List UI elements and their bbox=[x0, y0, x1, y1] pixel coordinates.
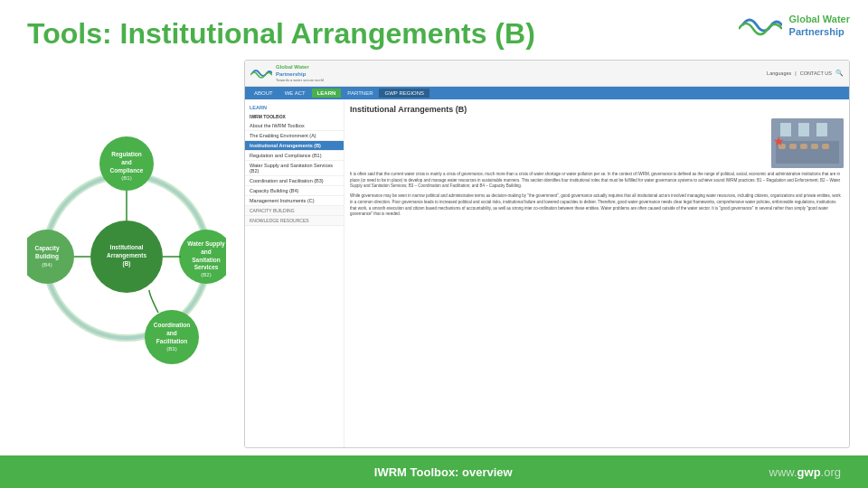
footer-center-label: IWRM Toolbox: overview bbox=[374, 465, 513, 479]
browser-logo: Global Water Partnership Towards a water… bbox=[250, 64, 324, 81]
footer-right-url: www.gwp.org bbox=[769, 465, 841, 479]
browser-main-photo: ★ bbox=[771, 118, 844, 168]
footer-url-prefix: www. bbox=[769, 465, 797, 479]
svg-rect-12 bbox=[811, 144, 818, 149]
separator: | bbox=[795, 70, 796, 76]
browser-screenshot: Global Water Partnership Towards a water… bbox=[244, 60, 850, 448]
svg-point-5 bbox=[145, 310, 199, 364]
browser-content: LEARN IWRM TOOLBOX About the IWRM Toolbo… bbox=[245, 99, 849, 448]
svg-rect-10 bbox=[789, 144, 797, 149]
svg-rect-16 bbox=[816, 123, 827, 136]
browser-logo-wave-icon bbox=[250, 65, 272, 81]
node-b2-label1: Water Supply bbox=[187, 240, 225, 248]
browser-nav-right: Languages | CONTACT US 🔍 bbox=[767, 70, 844, 77]
node-b2-label2: and bbox=[201, 249, 212, 255]
browser-nav-bar: ABOUT WE ACT LEARN PARTNER GWP REGIONS bbox=[245, 87, 849, 99]
slide-footer: IWRM Toolbox: overview www.gwp.org bbox=[0, 455, 868, 488]
node-b4-label2: Building bbox=[35, 253, 59, 260]
node-b2-label5: (B2) bbox=[201, 272, 211, 277]
sidebar-category-knowledge[interactable]: KNOWLEDGE RESOURCES bbox=[245, 216, 344, 226]
node-b1-label1: Regulation bbox=[111, 151, 142, 158]
contact-label[interactable]: CONTACT US bbox=[800, 70, 832, 76]
browser-logo-line1: Global Water bbox=[276, 64, 324, 70]
browser-sidebar: LEARN IWRM TOOLBOX About the IWRM Toolbo… bbox=[245, 99, 344, 448]
diagram-svg: Institutional Arrangements (B) Regulatio… bbox=[27, 123, 226, 385]
browser-main-title: Institutional Arrangements (B) bbox=[350, 105, 844, 114]
sidebar-item-regulation[interactable]: Regulation and Compliance (B1) bbox=[245, 151, 344, 161]
logo-line2: Partnership bbox=[789, 25, 850, 38]
browser-header: Global Water Partnership Towards a water… bbox=[245, 61, 849, 86]
language-label[interactable]: Languages bbox=[767, 70, 791, 76]
nav-gwp-regions[interactable]: GWP REGIONS bbox=[379, 89, 429, 98]
sidebar-section-learn: LEARN bbox=[245, 103, 344, 112]
photo-inner: ★ bbox=[771, 118, 844, 168]
node-b1-label2: and bbox=[121, 159, 132, 165]
sidebar-item-about[interactable]: About the IWRM Toolbox bbox=[245, 121, 344, 131]
center-label2: Arrangements bbox=[107, 252, 146, 259]
nav-we-act[interactable]: WE ACT bbox=[279, 89, 311, 98]
node-b1-label4: (B1) bbox=[121, 175, 131, 181]
slide-container: Global Water Partnership Tools: Institut… bbox=[0, 0, 868, 488]
search-icon[interactable]: 🔍 bbox=[835, 70, 844, 77]
svg-rect-15 bbox=[798, 123, 809, 136]
browser-tagline: Towards a water secure world bbox=[276, 78, 324, 82]
footer-url-suffix: .org bbox=[821, 465, 841, 479]
browser-main-text-1: It is often said that the current water … bbox=[350, 172, 844, 190]
node-b3-label3: Facilitation bbox=[156, 338, 187, 344]
nav-partner[interactable]: PARTNER bbox=[342, 89, 378, 98]
node-b2-label4: Services bbox=[194, 264, 219, 270]
node-b4-label1: Capacity bbox=[34, 245, 59, 252]
sidebar-category-capacity[interactable]: CAPACITY BUILDING bbox=[245, 206, 344, 216]
logo-text: Global Water Partnership bbox=[789, 13, 850, 39]
browser-logo-text: Global Water Partnership bbox=[276, 64, 324, 77]
footer-url-bold: gwp bbox=[797, 465, 821, 479]
browser-main-text-2: While governance may be seen in narrow p… bbox=[350, 193, 844, 218]
sidebar-item-enabling[interactable]: The Enabling Environment (A) bbox=[245, 131, 344, 141]
sidebar-item-coordination[interactable]: Coordination and Facilitation (B3) bbox=[245, 176, 344, 186]
logo-area: Global Water Partnership bbox=[739, 9, 850, 42]
logo-wave-icon bbox=[739, 9, 782, 42]
sidebar-section-toolbox: IWRM TOOLBOX bbox=[245, 112, 344, 121]
sidebar-item-capacity[interactable]: Capacity Building (B4) bbox=[245, 186, 344, 196]
nav-about[interactable]: ABOUT bbox=[249, 89, 278, 98]
browser-main-content: Institutional Arrangements (B) bbox=[344, 99, 849, 448]
center-label: Institutional bbox=[110, 244, 144, 250]
content-area: Institutional Arrangements (B) Regulatio… bbox=[0, 60, 868, 448]
svg-rect-13 bbox=[822, 144, 829, 149]
node-b3-label1: Coordination bbox=[154, 322, 190, 328]
node-b3-label2: and bbox=[166, 330, 177, 336]
logo-line1: Global Water bbox=[789, 13, 850, 25]
center-label3: (B) bbox=[122, 260, 130, 267]
node-b3-label4: (B3) bbox=[166, 346, 176, 352]
svg-text:★: ★ bbox=[773, 134, 785, 148]
sidebar-item-management[interactable]: Management Instruments (C) bbox=[245, 196, 344, 206]
conference-photo-svg: ★ bbox=[771, 118, 844, 168]
sidebar-item-water-supply[interactable]: Water Supply and Sanitation Services (B2… bbox=[245, 161, 344, 176]
node-b1-label3: Compliance bbox=[110, 167, 144, 174]
node-b2-label3: Sanitation bbox=[192, 257, 220, 263]
node-b4-label3: (B4) bbox=[42, 262, 52, 267]
nav-learn[interactable]: LEARN bbox=[312, 89, 342, 98]
sidebar-item-institutional[interactable]: Institutional Arrangements (B) bbox=[245, 141, 344, 151]
svg-rect-11 bbox=[800, 144, 807, 149]
browser-logo-line2: Partnership bbox=[276, 71, 324, 78]
diagram-area: Institutional Arrangements (B) Regulatio… bbox=[18, 60, 235, 448]
